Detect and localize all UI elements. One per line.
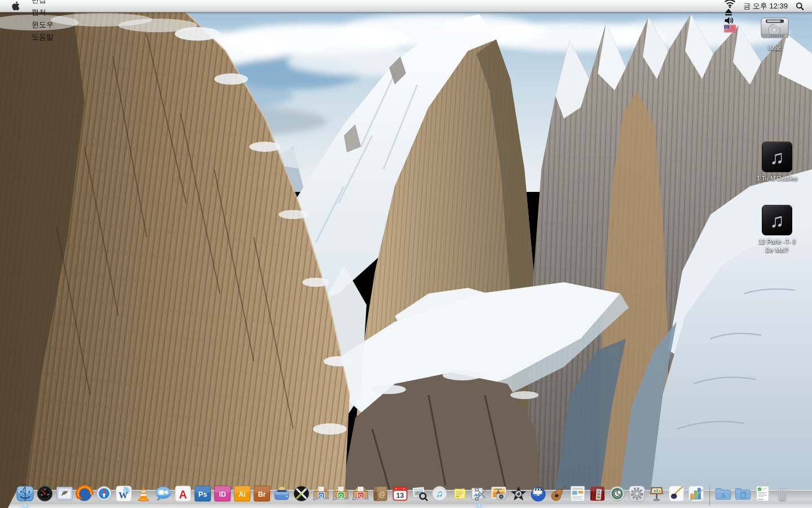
menu-편집[interactable]: 편집 bbox=[26, 0, 70, 6]
dock-item-vlc[interactable] bbox=[134, 484, 153, 503]
apple-logo-icon bbox=[11, 1, 20, 11]
dock-item-ichat[interactable] bbox=[154, 484, 173, 503]
dock-item-bridge[interactable]: Br bbox=[253, 484, 271, 503]
dock-item-finder[interactable] bbox=[16, 484, 34, 503]
dock-item-document-stack[interactable] bbox=[753, 484, 772, 503]
ichat-icon bbox=[154, 484, 173, 503]
dock-item-xee[interactable] bbox=[292, 484, 311, 503]
preview-icon bbox=[411, 484, 429, 503]
dock-item-garageband[interactable] bbox=[549, 484, 567, 503]
dock-item-indesign[interactable]: ID bbox=[213, 484, 232, 503]
garageband-icon bbox=[549, 484, 567, 503]
dock-item-toast[interactable] bbox=[272, 484, 291, 503]
dock-item-time-machine[interactable] bbox=[608, 484, 626, 503]
svg-text:Ai: Ai bbox=[239, 491, 246, 498]
dock-item-iweb[interactable] bbox=[568, 484, 587, 503]
dock-item-applications-folder[interactable]: A bbox=[714, 484, 732, 503]
dock-item-keynote[interactable] bbox=[647, 484, 666, 503]
dock-item-documents-folder[interactable] bbox=[734, 484, 752, 503]
toast-icon bbox=[272, 484, 291, 503]
itunes-icon: ♫ bbox=[430, 484, 449, 503]
eject-icon[interactable] bbox=[720, 8, 740, 16]
svg-text:Q: Q bbox=[359, 493, 363, 498]
dock-item-archiver-blue[interactable]: Q bbox=[312, 484, 330, 503]
xee-icon bbox=[292, 484, 311, 503]
dock-item-preview[interactable] bbox=[411, 484, 429, 503]
desktop-icon-audio-file-1[interactable]: ♫1 Tu M'Oublies bbox=[747, 142, 807, 183]
hard-drive-icon bbox=[758, 17, 791, 42]
trash-icon bbox=[773, 484, 792, 503]
dock-item-itunes[interactable]: ♫ bbox=[430, 484, 449, 503]
input-source-us-flag-icon[interactable] bbox=[720, 25, 740, 32]
dock-item-trash[interactable] bbox=[773, 484, 792, 503]
documents-folder-icon bbox=[734, 484, 752, 503]
dock-item-imovie[interactable] bbox=[509, 484, 528, 503]
desktop-icon-audio-file-2[interactable]: ♫12 Parle -T- IlDe Moi? bbox=[749, 205, 805, 255]
dock-item-archiver-green[interactable]: Q bbox=[332, 484, 350, 503]
dock-item-idvd[interactable] bbox=[529, 484, 548, 503]
iweb-icon bbox=[568, 484, 587, 503]
wallpaper-mountains bbox=[0, 0, 812, 508]
desktop-icon-imac-hd[interactable]: iMac bbox=[750, 17, 800, 52]
pages-icon bbox=[667, 484, 686, 503]
running-indicator bbox=[22, 505, 29, 507]
svg-text:Q: Q bbox=[319, 493, 323, 498]
keynote-icon bbox=[647, 484, 666, 503]
dock-item-safari[interactable] bbox=[95, 484, 113, 503]
svg-text:A: A bbox=[179, 488, 187, 501]
menu-bar-clock[interactable]: 금 오후 12:39 bbox=[740, 1, 792, 11]
dock-item-stickies[interactable] bbox=[450, 484, 469, 503]
dock-item-firefox[interactable] bbox=[75, 484, 94, 503]
svg-text:♫: ♫ bbox=[436, 488, 443, 498]
imovie-icon bbox=[509, 484, 528, 503]
microsoft-word-icon: W bbox=[114, 484, 133, 503]
idvd-icon bbox=[529, 484, 548, 503]
apple-menu[interactable] bbox=[6, 1, 26, 11]
wifi-icon[interactable] bbox=[720, 0, 740, 8]
dock-item-pages[interactable] bbox=[667, 484, 686, 503]
archiver-blue-icon: Q bbox=[312, 484, 330, 503]
dock-item-illustrator[interactable]: Ai bbox=[233, 484, 251, 503]
safari-icon bbox=[95, 484, 113, 503]
dock-item-archiver-red[interactable]: Q bbox=[351, 484, 370, 503]
address-book-icon: @ bbox=[371, 484, 390, 503]
audio-file-icon: ♫ bbox=[762, 205, 792, 235]
vlc-icon bbox=[134, 484, 153, 503]
iphoto-icon bbox=[489, 484, 508, 503]
firefox-icon bbox=[75, 484, 94, 503]
svg-text:Q: Q bbox=[339, 493, 343, 498]
dock-item-photoshop[interactable]: Ps bbox=[193, 484, 212, 503]
desktop-icon-label: 1 Tu M'Oublies bbox=[756, 174, 797, 183]
time-machine-icon bbox=[608, 484, 626, 503]
dock-item-dashboard[interactable]: + bbox=[36, 484, 54, 503]
dock-item-address-book[interactable]: @ bbox=[371, 484, 390, 503]
svg-text:13: 13 bbox=[396, 492, 404, 500]
svg-text:@: @ bbox=[378, 491, 386, 498]
photo-booth-icon bbox=[588, 484, 607, 503]
dock-item-photo-booth[interactable] bbox=[588, 484, 607, 503]
menu-bar: 화면 캡처파일편집캡처윈도우도움말 금 오후 12:39 bbox=[0, 0, 812, 12]
dock-item-numbers[interactable] bbox=[687, 484, 705, 503]
adobe-acrobat-icon: A bbox=[174, 484, 192, 503]
menu-윈도우[interactable]: 윈도우 bbox=[26, 19, 70, 31]
audio-file-icon: ♫ bbox=[762, 142, 792, 172]
volume-icon[interactable] bbox=[720, 16, 740, 25]
dock-item-adobe-acrobat[interactable]: A bbox=[174, 484, 192, 503]
dock-item-system-preferences[interactable] bbox=[628, 484, 646, 503]
dock-item-microsoft-word[interactable]: W bbox=[114, 484, 133, 503]
dock-item-ical[interactable]: 13 bbox=[391, 484, 409, 503]
finder-icon bbox=[16, 484, 34, 503]
dock: +WAPsIDAiBrQQQ@13♫A bbox=[0, 474, 812, 508]
desktop: 화면 캡처파일편집캡처윈도우도움말 금 오후 12:39 iMac♫1 Tu M… bbox=[0, 0, 812, 508]
system-preferences-icon bbox=[628, 484, 646, 503]
applications-folder-icon: A bbox=[714, 484, 732, 503]
menu-도움말[interactable]: 도움말 bbox=[26, 31, 70, 43]
dock-separator bbox=[707, 481, 713, 503]
spotlight-icon[interactable] bbox=[792, 2, 812, 11]
dock-item-screen-capture[interactable] bbox=[470, 484, 488, 503]
running-indicator bbox=[476, 505, 483, 507]
menu-캡처[interactable]: 캡처 bbox=[26, 6, 70, 19]
dock-item-iphoto[interactable] bbox=[489, 484, 508, 503]
ical-icon: 13 bbox=[391, 484, 409, 503]
dock-item-mail[interactable] bbox=[55, 484, 74, 503]
